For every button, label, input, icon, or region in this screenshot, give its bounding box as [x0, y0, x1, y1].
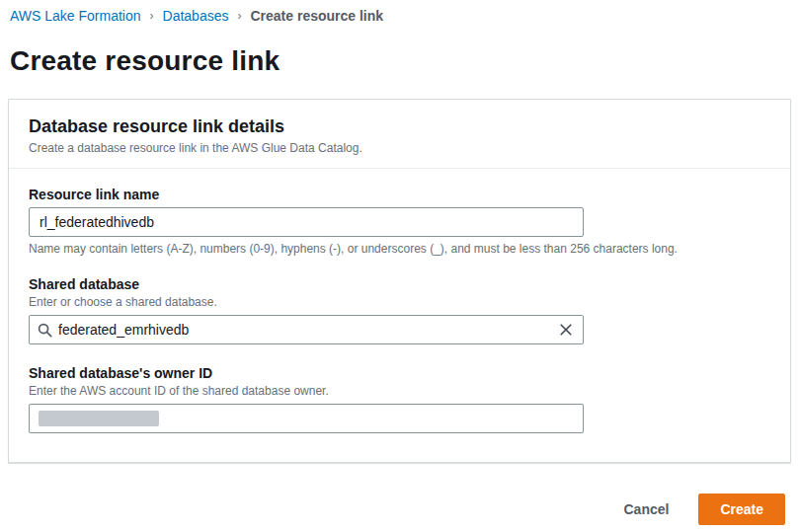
shared-database-hint: Enter or choose a shared database.	[29, 295, 770, 309]
owner-id-input-wrap	[29, 404, 584, 433]
panel-title: Database resource link details	[29, 116, 770, 137]
shared-database-owner-hint: Enter the AWS account ID of the shared d…	[29, 384, 770, 398]
database-resource-link-panel: Database resource link details Create a …	[8, 99, 791, 463]
form-actions: Cancel Create	[619, 494, 785, 525]
create-button[interactable]: Create	[698, 494, 785, 525]
page: AWS Lake Formation › Databases › Create …	[0, 0, 799, 463]
breadcrumb: AWS Lake Formation › Databases › Create …	[0, 0, 799, 24]
panel-body: Resource link name Name may contain lett…	[9, 169, 790, 453]
panel-header: Database resource link details Create a …	[9, 100, 790, 168]
resource-link-name-field: Resource link name Name may contain lett…	[29, 187, 770, 256]
shared-database-field: Shared database Enter or choose a shared…	[29, 276, 770, 344]
shared-database-search-box	[29, 315, 584, 344]
shared-database-owner-field: Shared database's owner ID Enter the AWS…	[29, 365, 770, 433]
close-icon[interactable]	[557, 321, 575, 339]
redacted-owner-id-value	[39, 411, 159, 426]
shared-database-label: Shared database	[29, 276, 770, 292]
shared-database-owner-label: Shared database's owner ID	[29, 365, 770, 381]
breadcrumb-link-aws-lake-formation[interactable]: AWS Lake Formation	[10, 8, 141, 24]
chevron-right-icon: ›	[150, 9, 154, 23]
shared-database-input[interactable]	[52, 322, 557, 338]
page-title: Create resource link	[0, 24, 799, 77]
breadcrumb-link-databases[interactable]: Databases	[163, 8, 229, 24]
breadcrumb-current-page: Create resource link	[250, 8, 383, 24]
chevron-right-icon: ›	[237, 9, 241, 23]
resource-link-name-label: Resource link name	[29, 187, 770, 202]
search-icon	[38, 323, 52, 338]
resource-link-name-input[interactable]	[29, 207, 584, 237]
resource-link-name-constraint: Name may contain letters (A-Z), numbers …	[29, 242, 770, 256]
panel-description: Create a database resource link in the A…	[29, 141, 770, 155]
cancel-button[interactable]: Cancel	[619, 495, 673, 523]
